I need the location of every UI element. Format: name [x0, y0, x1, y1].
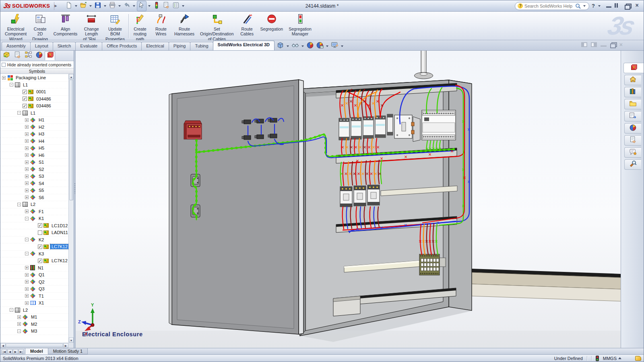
collapse-icon[interactable]: - — [25, 217, 29, 220]
tree-item-k1[interactable]: -K1 — [0, 215, 68, 222]
sheet-tab-model[interactable]: Model — [25, 348, 48, 354]
collapse-icon[interactable]: - — [17, 329, 21, 333]
cascade-windows-icon[interactable] — [625, 4, 630, 8]
expand-icon[interactable]: + — [25, 189, 29, 192]
expand-icon[interactable]: + — [25, 273, 29, 277]
tree-item-m2[interactable]: +M2 — [0, 321, 68, 328]
prev-sheet-icon[interactable]: ◀ — [7, 349, 12, 354]
select-cursor-dropdown-icon[interactable] — [148, 5, 151, 7]
file-properties-button[interactable] — [162, 1, 171, 11]
split-left-icon[interactable] — [581, 42, 587, 47]
set-origin-destination-button[interactable]: Set Origin/Destination of Cables — [197, 12, 236, 40]
route-cables-button[interactable]: Route Cables — [237, 12, 258, 40]
expand-icon[interactable]: + — [25, 294, 29, 298]
select-cursor-button[interactable] — [137, 1, 147, 11]
route-harnesses-button[interactable]: Route Harnesses — [171, 12, 197, 40]
help-button[interactable]: ? — [592, 3, 595, 9]
create-2d-drawing-button[interactable]: Create 2D Drawing — [29, 12, 51, 40]
display-style-icon[interactable] — [277, 41, 284, 51]
apply-scene-dropdown-icon[interactable] — [326, 45, 328, 47]
tree-item-s6[interactable]: +S6 — [0, 194, 68, 202]
expand-icon[interactable]: + — [25, 181, 29, 185]
tree-item-q1[interactable]: +Q1 — [0, 272, 68, 279]
new-file-icon[interactable] — [65, 2, 72, 10]
tree-item-h5[interactable]: +H5 — [0, 145, 68, 152]
custom-properties-tab[interactable] — [624, 135, 641, 146]
tree-item-s4[interactable]: +S4 — [0, 180, 68, 187]
tree-item-l2[interactable]: -L2 — [0, 201, 68, 208]
change-length-button[interactable]: Change Length of "Rai… — [80, 12, 103, 40]
scroll-left-icon[interactable]: ◀ — [0, 343, 6, 348]
hide-show-items-dropdown-icon[interactable] — [301, 45, 304, 47]
expand-icon[interactable]: + — [25, 153, 29, 157]
hide-show-items-button[interactable] — [291, 41, 299, 51]
tree-checkbox[interactable]: ✓ — [38, 259, 42, 263]
search-tools-icon[interactable] — [629, 160, 637, 169]
tree-item-0001[interactable]: ✓0001 — [0, 88, 68, 96]
expand-icon[interactable]: + — [25, 301, 29, 305]
display-style-button[interactable] — [276, 41, 285, 51]
tree-checkbox[interactable]: ✓ — [38, 223, 42, 228]
solidworks-electrical-tab-tab[interactable] — [623, 63, 644, 73]
doc-minimize-icon[interactable] — [601, 43, 607, 47]
expand-icon[interactable]: + — [25, 195, 29, 199]
tab-solidworks-electrical-3d[interactable]: SolidWorks Electrical 3D — [213, 41, 275, 50]
search-dropdown-icon[interactable] — [583, 5, 586, 7]
tree-item-h3[interactable]: +H3 — [0, 131, 68, 138]
align-components-button[interactable]: Align Components — [51, 12, 80, 40]
first-sheet-icon[interactable]: |◀ — [2, 349, 7, 354]
options-dropdown-icon[interactable] — [182, 5, 184, 7]
open-file-dropdown-icon[interactable] — [89, 5, 92, 7]
rebuild-traffic-light-icon[interactable] — [153, 2, 160, 10]
structure-tree-icon[interactable] — [25, 51, 32, 60]
expand-icon[interactable]: + — [25, 118, 29, 122]
collapse-icon[interactable]: - — [10, 308, 13, 312]
tab-layout[interactable]: Layout — [30, 42, 53, 50]
enclosure-door[interactable] — [169, 80, 303, 334]
scroll-up-icon[interactable]: ▲ — [69, 74, 74, 79]
file-properties-icon[interactable] — [163, 2, 170, 10]
tree-item-s1[interactable]: +S1 — [0, 159, 68, 166]
tag-icon[interactable] — [635, 356, 641, 361]
view-settings-dropdown-icon[interactable] — [341, 45, 343, 47]
appearances-icon[interactable] — [629, 124, 637, 133]
appearance-ball-icon[interactable] — [35, 51, 43, 60]
tree-item-k2[interactable]: -K2 — [0, 237, 68, 244]
file-explorer-tab[interactable] — [624, 99, 641, 109]
properties-sheet-tab[interactable] — [12, 51, 23, 60]
options-button[interactable] — [171, 1, 180, 11]
appearances-tab[interactable] — [624, 123, 641, 134]
structure-tree-tab[interactable] — [23, 51, 33, 60]
tree-item-034486[interactable]: ✓034486 — [0, 96, 68, 103]
tree-checkbox[interactable]: ✓ — [23, 97, 27, 101]
scroll-down-icon[interactable]: ▼ — [69, 337, 74, 343]
properties-sheet-icon[interactable] — [14, 51, 21, 60]
save-dropdown-icon[interactable] — [104, 5, 106, 7]
tree-item-lc1d12[interactable]: ✓LC1D12 — [0, 222, 68, 230]
electrical-component-wizard-button[interactable]: Electrical Component Wizard — [2, 12, 29, 40]
expand-icon[interactable]: + — [25, 146, 29, 150]
apply-scene-icon[interactable] — [316, 41, 324, 51]
title-bar[interactable]: 3s SOLIDWORKS ▶ 24144.sldasm * ? ? × — [0, 0, 644, 12]
print-button[interactable] — [108, 1, 117, 11]
tree-item-m1[interactable]: +M1 — [0, 314, 68, 321]
tab-tubing[interactable]: Tubing — [190, 42, 213, 50]
tree-checkbox[interactable]: ✓ — [38, 245, 42, 249]
tree-item-f1[interactable]: +F1 — [0, 208, 68, 216]
view-palette-icon[interactable] — [629, 112, 637, 121]
tree-item-lc7k12[interactable]: ✓LC7K12 — [0, 243, 68, 251]
terminal-block[interactable] — [419, 254, 440, 275]
expand-icon[interactable]: + — [25, 132, 29, 136]
close-icon[interactable]: × — [634, 3, 640, 8]
expand-icon[interactable]: + — [25, 210, 29, 213]
enclosure-pole[interactable] — [415, 51, 433, 79]
expand-icon[interactable]: + — [25, 175, 29, 178]
expand-icon[interactable]: + — [25, 287, 29, 291]
collapse-icon[interactable]: - — [17, 111, 21, 115]
expand-icon[interactable]: + — [25, 139, 29, 143]
open-file-button[interactable] — [79, 1, 88, 11]
hscroll-thumb[interactable] — [6, 343, 63, 348]
home-icon[interactable] — [629, 76, 637, 85]
door-pilot-block[interactable] — [184, 121, 202, 139]
segregation-manager-button[interactable]: Segregation Manager — [286, 12, 314, 40]
